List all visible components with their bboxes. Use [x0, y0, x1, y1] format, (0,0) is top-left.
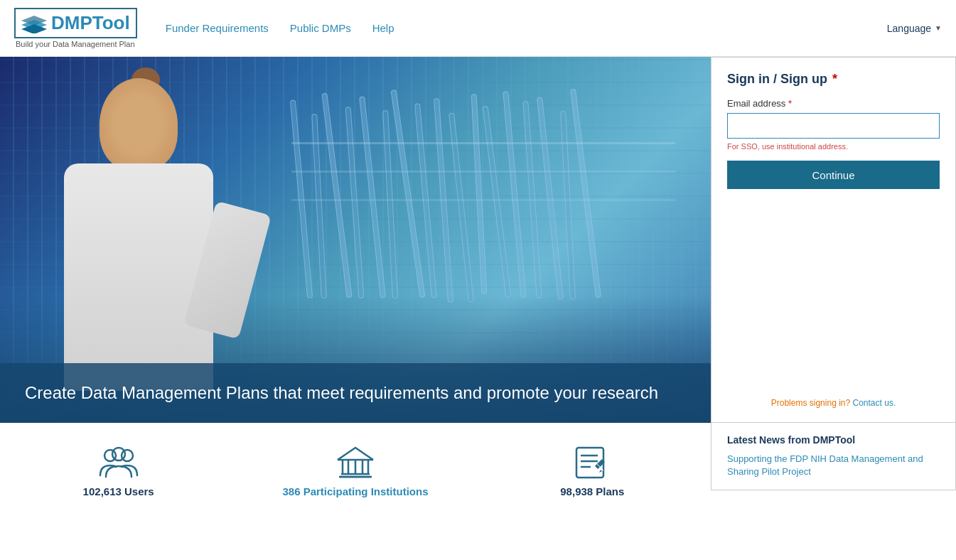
main-content: Create Data Management Plans that meet r… — [0, 57, 956, 512]
signin-card: Sign in / Sign up * Email address * For … — [711, 57, 956, 423]
logo-area: DMPTool Build your Data Management Plan — [14, 8, 137, 48]
problems-text: Problems signing in? — [771, 398, 850, 408]
plans-count: 98,938 Plans — [560, 485, 624, 497]
dmp-logo-icon — [21, 14, 47, 33]
contact-link[interactable]: Contact us. — [853, 398, 896, 408]
email-label: Email address * — [727, 98, 940, 109]
nav-links: Funder Requirements Public DMPs Help — [166, 22, 887, 34]
required-indicator: * — [832, 72, 837, 86]
stat-institutions: 386 Participating Institutions — [237, 437, 473, 505]
hero-overlay: Create Data Management Plans that meet r… — [0, 363, 711, 423]
sso-note: For SSO, use institutional address. — [727, 142, 940, 151]
news-section: Latest News from DMPTool Supporting the … — [711, 423, 956, 490]
svg-point-5 — [112, 448, 125, 461]
right-panel: Sign in / Sign up * Email address * For … — [711, 57, 956, 512]
signin-title: Sign in / Sign up * — [727, 72, 940, 87]
news-section-title: Latest News from DMPTool — [727, 434, 940, 446]
hero-image: Create Data Management Plans that meet r… — [0, 57, 711, 423]
logo-subtitle: Build your Data Management Plan — [14, 40, 135, 48]
language-button[interactable]: Language ▼ — [887, 23, 942, 34]
institution-icon — [334, 444, 377, 480]
email-input[interactable] — [727, 113, 940, 139]
logo-box: DMPTool — [14, 8, 137, 38]
news-item-1[interactable]: Supporting the FDP NIH Data Management a… — [727, 453, 940, 478]
hero-tagline: Create Data Management Plans that meet r… — [25, 381, 686, 405]
stat-users: 102,613 Users — [0, 437, 237, 505]
users-icon — [97, 444, 140, 480]
plans-icon — [571, 444, 613, 480]
language-label: Language — [887, 23, 931, 34]
header: DMPTool Build your Data Management Plan … — [0, 0, 956, 57]
stats-bar: 102,613 Users — [0, 423, 711, 512]
hero-person — [28, 78, 277, 391]
users-count: 102,613 Users — [83, 485, 154, 497]
nav-public-dmps[interactable]: Public DMPs — [290, 22, 351, 34]
continue-button[interactable]: Continue — [727, 161, 940, 189]
institutions-count[interactable]: 386 Participating Institutions — [282, 485, 428, 497]
logo-text: DMPTool — [51, 12, 130, 34]
email-required-star: * — [785, 98, 792, 109]
nav-funder-requirements[interactable]: Funder Requirements — [166, 22, 269, 34]
chevron-down-icon: ▼ — [935, 24, 942, 32]
stat-plans: 98,938 Plans — [474, 437, 711, 505]
hero-area: Create Data Management Plans that meet r… — [0, 57, 711, 512]
nav-help[interactable]: Help — [372, 22, 394, 34]
signin-footer: Problems signing in? Contact us. — [727, 398, 940, 408]
svg-marker-20 — [599, 470, 602, 473]
